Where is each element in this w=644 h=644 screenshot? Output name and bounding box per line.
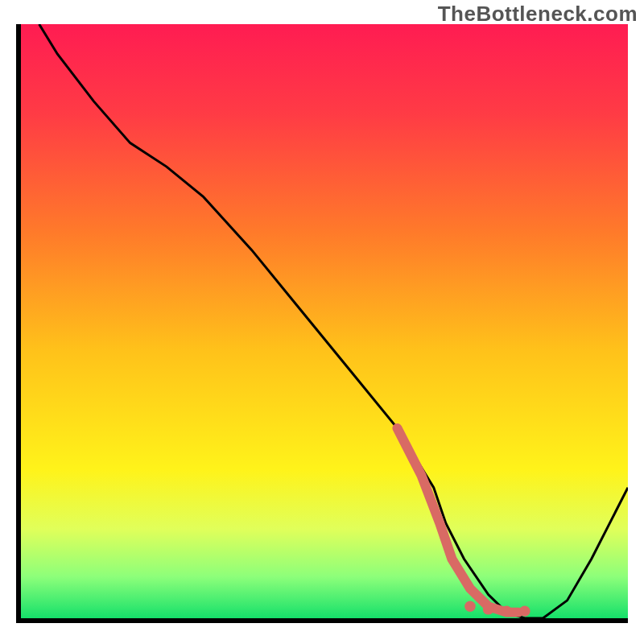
chart-frame: TheBottleneck.com xyxy=(0,0,644,644)
highlight-dot xyxy=(483,604,494,614)
metric-curve xyxy=(39,24,628,618)
highlight-dot xyxy=(464,601,476,612)
highlight-segment xyxy=(397,428,518,613)
highlight-dot xyxy=(501,606,512,617)
watermark-text: TheBottleneck.com xyxy=(438,2,638,27)
overlay-svg xyxy=(21,24,628,618)
highlight-dot xyxy=(519,606,530,617)
plot-area xyxy=(16,24,628,623)
